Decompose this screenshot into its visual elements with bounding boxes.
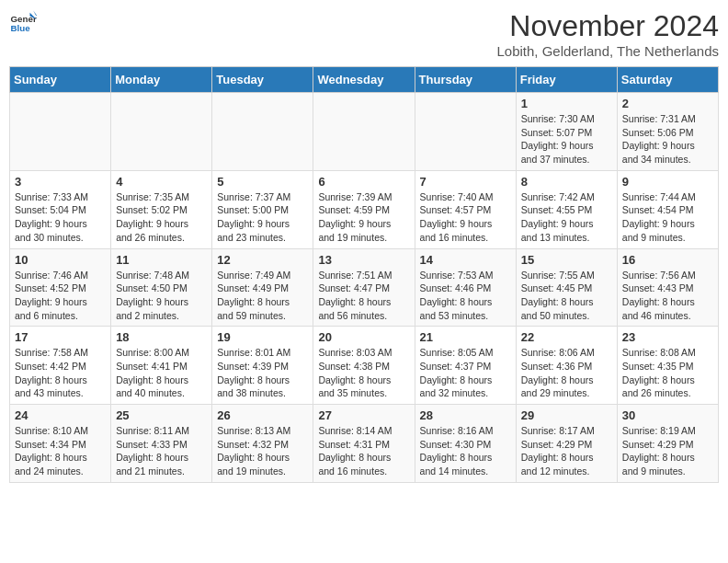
day-number: 3 — [15, 175, 106, 189]
calendar-cell — [111, 93, 212, 171]
svg-text:Blue: Blue — [11, 23, 31, 33]
title-area: November 2024 Lobith, Gelderland, The Ne… — [496, 9, 719, 59]
day-number: 26 — [217, 408, 308, 422]
day-number: 23 — [622, 330, 713, 344]
day-info: Sunrise: 7:31 AM Sunset: 5:06 PM Dayligh… — [622, 112, 713, 167]
day-info: Sunrise: 7:53 AM Sunset: 4:46 PM Dayligh… — [420, 269, 511, 323]
calendar-header-cell: Friday — [516, 67, 617, 93]
day-number: 2 — [622, 97, 713, 110]
calendar-week-row: 17Sunrise: 7:58 AM Sunset: 4:42 PM Dayli… — [10, 327, 719, 405]
calendar-cell: 25Sunrise: 8:11 AM Sunset: 4:33 PM Dayli… — [111, 405, 212, 483]
day-number: 24 — [15, 408, 106, 422]
day-number: 18 — [116, 330, 207, 344]
calendar-cell: 27Sunrise: 8:14 AM Sunset: 4:31 PM Dayli… — [313, 405, 415, 483]
day-info: Sunrise: 7:48 AM Sunset: 4:50 PM Dayligh… — [116, 269, 207, 323]
day-info: Sunrise: 8:01 AM Sunset: 4:39 PM Dayligh… — [217, 346, 308, 400]
calendar-cell: 10Sunrise: 7:46 AM Sunset: 4:52 PM Dayli… — [10, 248, 111, 327]
calendar-header-cell: Monday — [111, 67, 212, 93]
month-title: November 2024 — [496, 9, 719, 43]
calendar-header-cell: Wednesday — [313, 67, 415, 93]
day-number: 29 — [521, 408, 612, 422]
day-info: Sunrise: 8:03 AM Sunset: 4:38 PM Dayligh… — [318, 346, 409, 400]
calendar-header-cell: Saturday — [617, 67, 718, 93]
calendar-cell: 18Sunrise: 8:00 AM Sunset: 4:41 PM Dayli… — [111, 327, 212, 405]
calendar-cell: 29Sunrise: 8:17 AM Sunset: 4:29 PM Dayli… — [516, 405, 617, 483]
calendar-cell: 28Sunrise: 8:16 AM Sunset: 4:30 PM Dayli… — [415, 405, 516, 483]
day-number: 22 — [521, 330, 612, 344]
day-number: 12 — [217, 253, 308, 267]
day-info: Sunrise: 8:10 AM Sunset: 4:34 PM Dayligh… — [15, 424, 106, 478]
day-info: Sunrise: 8:08 AM Sunset: 4:35 PM Dayligh… — [622, 346, 713, 400]
calendar-table: SundayMondayTuesdayWednesdayThursdayFrid… — [9, 66, 719, 483]
day-number: 19 — [217, 330, 308, 344]
day-number: 11 — [116, 253, 207, 267]
calendar-cell: 8Sunrise: 7:42 AM Sunset: 4:55 PM Daylig… — [516, 170, 617, 248]
calendar-cell — [415, 93, 516, 171]
day-info: Sunrise: 7:44 AM Sunset: 4:54 PM Dayligh… — [622, 190, 713, 245]
day-number: 20 — [318, 330, 409, 344]
calendar-cell: 14Sunrise: 7:53 AM Sunset: 4:46 PM Dayli… — [415, 248, 516, 327]
calendar-cell: 16Sunrise: 7:56 AM Sunset: 4:43 PM Dayli… — [617, 248, 718, 327]
calendar-cell: 9Sunrise: 7:44 AM Sunset: 4:54 PM Daylig… — [617, 170, 718, 248]
calendar-body: 1Sunrise: 7:30 AM Sunset: 5:07 PM Daylig… — [10, 93, 719, 483]
day-info: Sunrise: 7:37 AM Sunset: 5:00 PM Dayligh… — [217, 190, 308, 245]
calendar-cell: 6Sunrise: 7:39 AM Sunset: 4:59 PM Daylig… — [313, 170, 415, 248]
calendar-cell: 5Sunrise: 7:37 AM Sunset: 5:00 PM Daylig… — [212, 170, 313, 248]
calendar-week-row: 3Sunrise: 7:33 AM Sunset: 5:04 PM Daylig… — [10, 170, 719, 248]
day-info: Sunrise: 7:55 AM Sunset: 4:45 PM Dayligh… — [521, 269, 612, 323]
day-number: 25 — [116, 408, 207, 422]
day-info: Sunrise: 8:16 AM Sunset: 4:30 PM Dayligh… — [420, 424, 511, 478]
calendar-cell: 30Sunrise: 8:19 AM Sunset: 4:29 PM Dayli… — [617, 405, 718, 483]
calendar-header-row: SundayMondayTuesdayWednesdayThursdayFrid… — [10, 67, 719, 93]
day-number: 6 — [318, 175, 409, 189]
logo: General Blue — [9, 9, 37, 37]
calendar-week-row: 1Sunrise: 7:30 AM Sunset: 5:07 PM Daylig… — [10, 93, 719, 171]
calendar-header-cell: Sunday — [10, 67, 111, 93]
day-info: Sunrise: 7:56 AM Sunset: 4:43 PM Dayligh… — [622, 269, 713, 323]
day-number: 9 — [622, 175, 713, 189]
day-info: Sunrise: 8:19 AM Sunset: 4:29 PM Dayligh… — [622, 424, 713, 478]
day-number: 30 — [622, 408, 713, 422]
calendar-cell — [212, 93, 313, 171]
day-info: Sunrise: 7:33 AM Sunset: 5:04 PM Dayligh… — [15, 190, 106, 245]
day-info: Sunrise: 8:14 AM Sunset: 4:31 PM Dayligh… — [318, 424, 409, 478]
day-info: Sunrise: 7:51 AM Sunset: 4:47 PM Dayligh… — [318, 269, 409, 323]
calendar-cell: 26Sunrise: 8:13 AM Sunset: 4:32 PM Dayli… — [212, 405, 313, 483]
logo-icon: General Blue — [9, 9, 37, 37]
day-info: Sunrise: 7:58 AM Sunset: 4:42 PM Dayligh… — [15, 346, 106, 400]
calendar-header-cell: Tuesday — [212, 67, 313, 93]
svg-text:General: General — [11, 14, 38, 24]
calendar-header-cell: Thursday — [415, 67, 516, 93]
day-number: 7 — [420, 175, 511, 189]
calendar-cell: 22Sunrise: 8:06 AM Sunset: 4:36 PM Dayli… — [516, 327, 617, 405]
calendar-cell: 1Sunrise: 7:30 AM Sunset: 5:07 PM Daylig… — [516, 93, 617, 171]
day-number: 5 — [217, 175, 308, 189]
day-info: Sunrise: 7:49 AM Sunset: 4:49 PM Dayligh… — [217, 269, 308, 323]
day-number: 4 — [116, 175, 207, 189]
calendar-cell: 24Sunrise: 8:10 AM Sunset: 4:34 PM Dayli… — [10, 405, 111, 483]
day-number: 14 — [420, 253, 511, 267]
day-number: 21 — [420, 330, 511, 344]
calendar-cell: 17Sunrise: 7:58 AM Sunset: 4:42 PM Dayli… — [10, 327, 111, 405]
calendar-cell: 3Sunrise: 7:33 AM Sunset: 5:04 PM Daylig… — [10, 170, 111, 248]
calendar-cell: 12Sunrise: 7:49 AM Sunset: 4:49 PM Dayli… — [212, 248, 313, 327]
day-info: Sunrise: 7:46 AM Sunset: 4:52 PM Dayligh… — [15, 269, 106, 323]
calendar-cell: 20Sunrise: 8:03 AM Sunset: 4:38 PM Dayli… — [313, 327, 415, 405]
day-number: 15 — [521, 253, 612, 267]
calendar-week-row: 24Sunrise: 8:10 AM Sunset: 4:34 PM Dayli… — [10, 405, 719, 483]
day-number: 16 — [622, 253, 713, 267]
calendar-cell: 23Sunrise: 8:08 AM Sunset: 4:35 PM Dayli… — [617, 327, 718, 405]
calendar-cell: 19Sunrise: 8:01 AM Sunset: 4:39 PM Dayli… — [212, 327, 313, 405]
calendar-cell — [10, 93, 111, 171]
day-info: Sunrise: 8:05 AM Sunset: 4:37 PM Dayligh… — [420, 346, 511, 400]
location-subtitle: Lobith, Gelderland, The Netherlands — [496, 43, 719, 59]
calendar-cell: 21Sunrise: 8:05 AM Sunset: 4:37 PM Dayli… — [415, 327, 516, 405]
day-info: Sunrise: 8:13 AM Sunset: 4:32 PM Dayligh… — [217, 424, 308, 478]
day-number: 27 — [318, 408, 409, 422]
day-info: Sunrise: 8:11 AM Sunset: 4:33 PM Dayligh… — [116, 424, 207, 478]
calendar-cell: 7Sunrise: 7:40 AM Sunset: 4:57 PM Daylig… — [415, 170, 516, 248]
day-number: 10 — [15, 253, 106, 267]
day-info: Sunrise: 8:17 AM Sunset: 4:29 PM Dayligh… — [521, 424, 612, 478]
calendar-cell — [313, 93, 415, 171]
calendar-cell: 4Sunrise: 7:35 AM Sunset: 5:02 PM Daylig… — [111, 170, 212, 248]
